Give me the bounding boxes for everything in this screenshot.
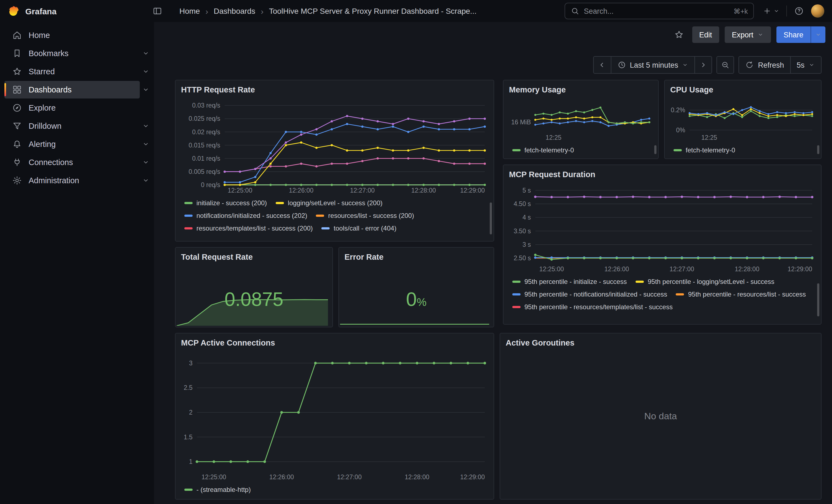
grafana-logo-icon[interactable] (8, 5, 20, 17)
sidebar-toggle-button[interactable] (150, 3, 165, 19)
panel-title[interactable]: Total Request Rate (181, 251, 327, 263)
legend-scrollbar[interactable] (817, 283, 820, 316)
mcp-request-duration-legend: 95th percentile - initialize - success95… (509, 273, 815, 320)
chevron-down-icon[interactable] (142, 86, 150, 94)
share-menu-button[interactable] (810, 26, 825, 43)
sidebar-row: Alerting (4, 135, 150, 153)
refresh-button[interactable]: Refresh (739, 57, 790, 73)
svg-text:12:29:00: 12:29:00 (460, 187, 485, 194)
drilldown-icon (12, 121, 22, 131)
legend-label: tools/call - error (404) (334, 224, 396, 232)
panel-title[interactable]: HTTP Request Rate (181, 84, 488, 96)
sidebar-row: Dashboards (4, 81, 150, 99)
favorite-button[interactable] (671, 27, 686, 43)
divider (786, 5, 787, 17)
nav-actions (760, 3, 824, 19)
svg-text:12:26:00: 12:26:00 (604, 265, 629, 273)
new-button[interactable] (760, 3, 782, 19)
sidebar-row: Administration (4, 172, 150, 189)
legend-scrollbar[interactable] (654, 145, 656, 154)
legend-item[interactable]: fetch-telemetry-0 (512, 145, 574, 154)
legend-item[interactable]: 95th percentile - notifications/initiali… (512, 289, 667, 299)
compass-icon (12, 103, 22, 113)
legend-item[interactable]: 95th percentile - initialize - success (512, 276, 627, 287)
legend-item[interactable]: initialize - success (200) (184, 197, 267, 208)
sidebar-item-home[interactable]: Home (4, 26, 150, 44)
avatar[interactable] (811, 4, 824, 18)
star-icon (12, 67, 22, 77)
legend-scrollbar[interactable] (817, 145, 820, 154)
sidebar-item-drilldown[interactable]: Drilldown (4, 117, 140, 135)
panel-title[interactable]: CPU Usage (670, 84, 815, 96)
legend-item[interactable]: 95th percentile - logging/setLevel - suc… (635, 276, 774, 287)
refresh-interval-picker[interactable]: 5s (790, 57, 821, 73)
help-button[interactable] (791, 3, 807, 19)
panel-title[interactable]: Memory Usage (509, 84, 653, 96)
chevron-down-icon[interactable] (142, 140, 150, 148)
legend-swatch (512, 293, 521, 295)
edit-button[interactable]: Edit (692, 26, 719, 43)
legend-swatch (322, 227, 330, 229)
chevron-down-icon (757, 31, 764, 38)
panel-title[interactable]: MCP Active Connections (181, 337, 488, 349)
legend-scrollbar[interactable] (490, 203, 492, 234)
sidebar-item-label: Bookmarks (29, 49, 69, 58)
sidebar-item-starred[interactable]: Starred (4, 63, 140, 80)
cpu-usage-chart[interactable]: 0.2%0%12:25 (670, 97, 815, 142)
sidebar-item-label: Dashboards (29, 85, 72, 94)
chevron-down-icon[interactable] (142, 50, 150, 57)
time-range-picker[interactable]: Last 5 minutes (610, 57, 695, 73)
legend-item[interactable]: logging/setLevel - success (200) (276, 197, 383, 208)
zoom-out-button[interactable] (717, 56, 734, 74)
chevron-down-icon[interactable] (142, 68, 150, 75)
breadcrumb-item[interactable]: Home (179, 7, 200, 16)
memory-usage-legend: fetch-telemetry-0 (509, 142, 653, 154)
cpu-usage-legend: fetch-telemetry-0 (670, 142, 815, 154)
refresh-icon (745, 60, 754, 69)
time-back-button[interactable] (594, 57, 610, 73)
mcp-request-duration-chart[interactable]: 2.50 s3 s3.50 s4 s4.50 s5 s12:25:0012:26… (509, 182, 815, 273)
sidebar-item-connections[interactable]: Connections (4, 154, 140, 171)
legend-item[interactable]: fetch-telemetry-0 (674, 145, 735, 154)
sidebar-item-alerting[interactable]: Alerting (4, 135, 140, 153)
breadcrumb-item[interactable]: Dashboards (214, 7, 255, 16)
clock-icon (617, 60, 626, 69)
http-request-rate-chart[interactable]: 0 req/s0.005 req/s0.01 req/s0.015 req/s0… (181, 97, 488, 195)
memory-usage-chart[interactable]: 16 MiB12:25 (509, 97, 653, 142)
legend-item[interactable]: tools/call - error (404) (322, 223, 396, 233)
chevron-down-icon (682, 62, 688, 68)
legend-item[interactable]: 95th percentile - resources/list - succe… (676, 289, 806, 299)
legend-item[interactable]: resources/list - success (200) (316, 210, 414, 221)
sidebar-item-bookmarks[interactable]: Bookmarks (4, 45, 140, 62)
brand-name: Grafana (25, 6, 56, 16)
chevron-down-icon[interactable] (142, 122, 150, 130)
time-forward-button[interactable] (695, 57, 712, 73)
panel-title[interactable]: Error Rate (344, 251, 488, 263)
svg-text:12:28:00: 12:28:00 (405, 474, 430, 481)
export-button[interactable]: Export (725, 26, 771, 43)
chevron-down-icon[interactable] (142, 158, 150, 166)
legend-item[interactable]: resources/templates/list - success (200) (184, 223, 313, 233)
svg-text:12:28:00: 12:28:00 (411, 187, 436, 194)
search-placeholder: Search... (584, 7, 729, 15)
sidebar-row: Bookmarks (4, 45, 150, 62)
svg-text:4 s: 4 s (522, 214, 531, 221)
chevron-right-icon (699, 60, 708, 69)
sidebar-item-administration[interactable]: Administration (4, 172, 140, 189)
breadcrumb-separator-icon: › (261, 6, 264, 16)
share-button[interactable]: Share (776, 26, 810, 43)
sidebar-item-explore[interactable]: Explore (4, 99, 150, 117)
mcp-active-connections-chart[interactable]: 11.522.5312:25:0012:26:0012:27:0012:28:0… (181, 350, 488, 481)
legend-item[interactable]: 95th percentile - resources/templates/li… (512, 301, 673, 312)
search-input[interactable]: Search... ⌘+k (565, 3, 754, 19)
panel-title[interactable]: MCP Request Duration (509, 168, 815, 181)
chevron-left-icon (598, 60, 606, 69)
chevron-down-icon[interactable] (142, 177, 150, 184)
legend-item[interactable]: notifications/initialized - success (202… (184, 210, 307, 221)
panel-http-request-rate: HTTP Request Rate 0 req/s0.005 req/s0.01… (175, 80, 494, 242)
sidebar-item-dashboards[interactable]: Dashboards (4, 81, 140, 99)
panel-cpu-usage: CPU Usage 0.2%0%12:25 fetch-telemetry-0 (664, 80, 822, 159)
stat-number: 0.0875 (225, 288, 283, 310)
legend-item[interactable]: - (streamable-http) (184, 484, 251, 495)
app-root: Grafana Home›Dashboards›ToolHive MCP Ser… (0, 0, 832, 504)
